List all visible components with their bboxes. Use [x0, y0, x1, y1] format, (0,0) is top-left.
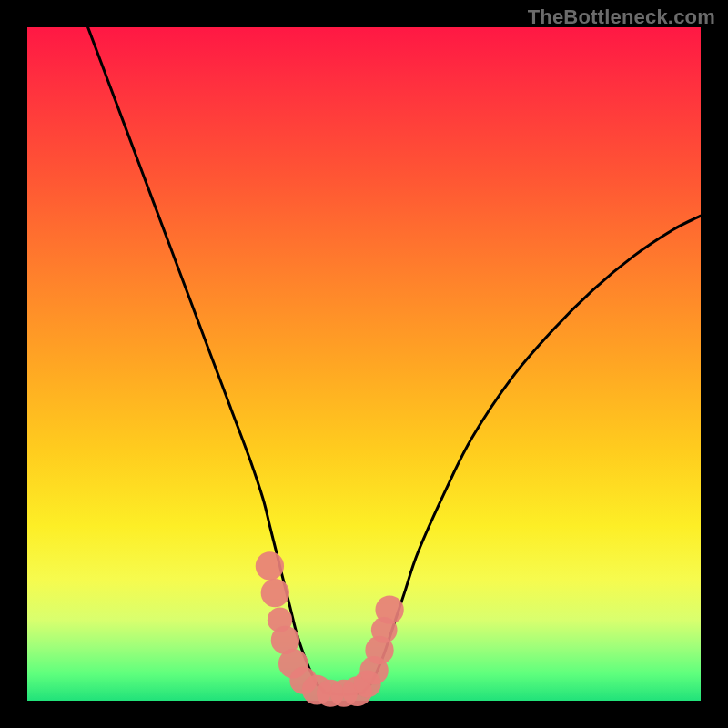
plot-area [27, 27, 701, 701]
curve-right-limb [364, 216, 701, 691]
valley-marker [261, 579, 289, 607]
watermark-text: TheBottleneck.com [528, 5, 715, 29]
curve-layer [27, 27, 701, 701]
valley-marker [375, 595, 403, 623]
valley-marker [256, 551, 284, 580]
marker-group [256, 551, 404, 707]
chart-frame: TheBottleneck.com [0, 0, 728, 728]
